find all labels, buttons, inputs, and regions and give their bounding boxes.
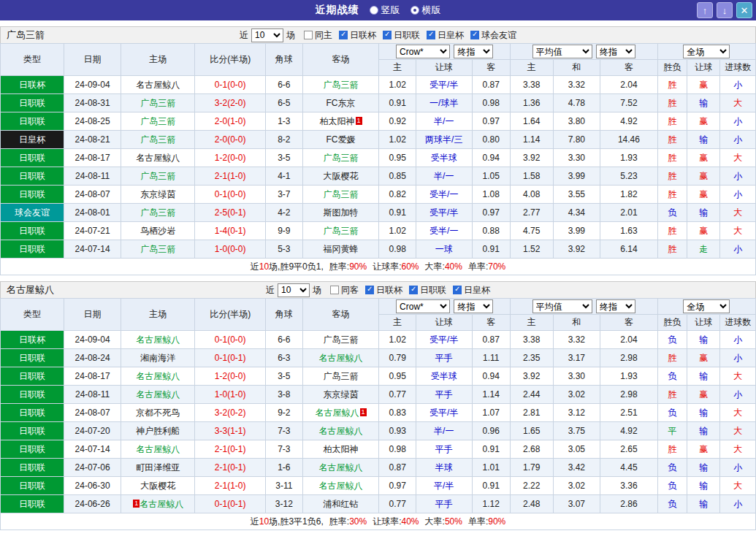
bookmaker-select[interactable]: Crow* [396,299,450,313]
team-name[interactable]: 广岛三箭 [324,153,359,163]
checkbox[interactable] [339,31,348,39]
team-name[interactable]: 广岛三箭 [140,134,175,145]
average-select[interactable]: 平均值 [532,299,592,313]
team-name[interactable]: FC东京 [327,98,356,108]
team-name[interactable]: 广岛三箭 [140,207,175,218]
team-name[interactable]: 柏太阳神 [320,116,355,126]
checkbox[interactable] [453,286,462,294]
summary-row: 近10场,胜9平0负1,胜率:90%让球率:60%大率:40%单率:70% [1,259,756,275]
team-name[interactable]: 斯图加特 [324,207,359,218]
team-name[interactable]: 名古屋鲸八 [136,153,180,163]
close-button[interactable]: ✕ [736,2,752,18]
team-name[interactable]: 名古屋鲸八 [319,353,363,363]
cell-handicap-result: 赢 [687,76,720,94]
filter-option[interactable]: 日联杯 [339,29,376,42]
checkbox[interactable] [409,286,418,294]
team-name[interactable]: 名古屋鲸八 [136,335,180,345]
cell-score: 3-3(1-1) [195,422,266,440]
filter-option[interactable]: 日联杯 [365,284,402,297]
team-name[interactable]: 名古屋鲸八 [136,389,180,400]
table-row: 日职联24-07-06町田泽维亚2-1(0-1)1-6名古屋鲸八0.87半球1.… [1,459,756,477]
match-count-select[interactable]: 10 [278,283,310,297]
team-name[interactable]: 名古屋鲸八 [319,426,363,436]
filter-option[interactable]: 日皇杯 [427,29,464,42]
checkbox[interactable] [470,31,479,39]
average-stage-select[interactable]: 终指 [596,299,635,313]
layout-radio-horizontal[interactable]: 横版 [411,4,441,17]
cell-competition: 日职联 [1,495,64,513]
team-name[interactable]: 大阪樱花 [140,481,175,491]
bookmaker-select[interactable]: Crow* [396,45,450,58]
checkbox[interactable] [365,286,374,294]
scroll-up-button[interactable]: ↑ [697,2,713,18]
match-count-select[interactable]: 10 [251,28,283,42]
checkbox[interactable] [304,31,313,39]
checkbox[interactable] [383,31,392,39]
red-card-badge: 1 [360,408,367,416]
cell-competition: 日职联 [1,112,64,131]
cell-avg-away: 6.14 [600,240,658,259]
cell-goals: 大 [720,367,756,386]
filter-option[interactable]: 日皇杯 [453,284,490,297]
team-name[interactable]: 东京绿茵 [140,189,175,199]
cell-home-team: 广岛三箭 [121,204,195,222]
team-name[interactable]: 东京绿茵 [324,389,359,400]
cell-score: 0-1(0-0) [195,331,266,349]
cell-odds-home: 0.98 [379,440,416,459]
team-name[interactable]: 广岛三箭 [140,116,175,126]
team-name[interactable]: 神户胜利船 [136,426,180,436]
team-name[interactable]: 名古屋鲸八 [136,444,180,454]
team-name[interactable]: 大阪樱花 [324,171,359,181]
cell-avg-away: 1.63 [600,222,658,240]
cell-avg-home: 2.77 [511,204,554,222]
team-heading: 广岛三箭 [7,28,45,42]
team-name[interactable]: 广岛三箭 [324,189,359,199]
team-name[interactable]: FC爱媛 [327,134,356,145]
filter-option[interactable]: 同客 [330,284,359,297]
team-name[interactable]: 京都不死鸟 [136,408,180,418]
radio-icon [370,6,378,15]
checkbox[interactable] [427,31,435,39]
cell-result: 负 [657,495,687,513]
team-name[interactable]: 广岛三箭 [324,80,359,90]
team-name[interactable]: 名古屋鲸八 [316,408,359,418]
team-name[interactable]: 广岛三箭 [324,226,359,236]
team-name[interactable]: 广岛三箭 [324,371,359,381]
team-name[interactable]: 名古屋鲸八 [319,481,363,491]
average-stage-select[interactable]: 终指 [596,45,635,58]
cell-handicap-result: 赢 [687,167,720,186]
scroll-down-button[interactable]: ↓ [717,2,733,18]
filter-option[interactable]: 同主 [304,29,332,42]
cell-date: 24-07-14 [64,440,121,459]
summary-stat-value: 90% [488,516,505,527]
team-name[interactable]: 福冈黄蜂 [324,244,359,254]
team-name[interactable]: 广岛三箭 [140,244,175,254]
cell-home-team: 京都不死鸟 [121,404,195,422]
checkbox[interactable] [330,286,339,294]
team-name[interactable]: 町田泽维亚 [136,462,180,473]
team-name[interactable]: 名古屋鲸八 [136,80,180,90]
team-name[interactable]: 名古屋鲸八 [140,499,183,509]
filter-option[interactable]: 日职联 [383,29,420,42]
odds-stage-select[interactable]: 终指 [454,45,493,58]
odds-stage-select[interactable]: 终指 [454,299,493,313]
cell-avg-home: 4.08 [511,186,554,204]
full-match-select[interactable]: 全场 [683,299,730,313]
team-name[interactable]: 名古屋鲸八 [136,371,180,381]
full-match-select[interactable]: 全场 [683,45,730,58]
filter-option[interactable]: 球会友谊 [470,29,516,42]
average-select[interactable]: 平均值 [532,45,592,58]
team-name[interactable]: 浦和红钻 [324,499,359,509]
team-name[interactable]: 广岛三箭 [140,98,175,108]
team-name[interactable]: 湘南海洋 [140,353,175,363]
team-name[interactable]: 柏太阳神 [324,444,359,454]
filter-option[interactable]: 日职联 [409,284,446,297]
layout-radio-vertical[interactable]: 竖版 [370,4,400,17]
team-name[interactable]: 广岛三箭 [324,335,359,345]
team-name[interactable]: 鸟栖沙岩 [140,226,175,236]
team-name[interactable]: 广岛三箭 [140,171,175,181]
summary-stat-label: 大率: [425,261,445,272]
team-name[interactable]: 名古屋鲸八 [319,462,363,473]
cell-goals: 大 [720,222,756,240]
cell-odds-home: 0.93 [379,422,416,440]
